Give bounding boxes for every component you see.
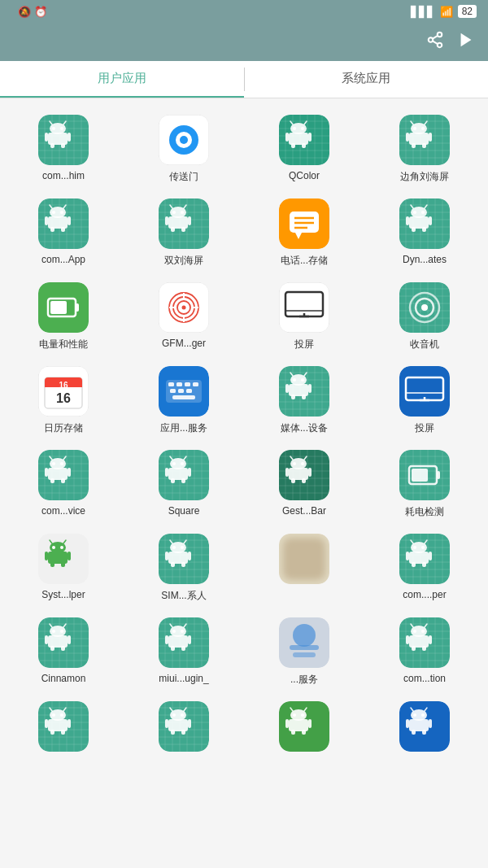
app-item-comper[interactable]: com....per	[364, 526, 485, 609]
svg-line-3	[433, 41, 438, 44]
svg-point-47	[293, 127, 296, 130]
svg-rect-444	[409, 635, 429, 648]
app-header	[0, 23, 488, 61]
svg-rect-275	[188, 468, 191, 477]
app-item-dianliang[interactable]: 电量和性能	[3, 274, 124, 358]
svg-point-320	[60, 546, 63, 549]
svg-rect-53	[308, 133, 312, 142]
signal-icon: ▋▋▋	[411, 6, 435, 18]
app-icon-rili: 16 16	[38, 366, 89, 417]
svg-rect-297	[285, 468, 289, 477]
app-item-rili[interactable]: 16 16 日历存储	[3, 358, 124, 442]
app-item-shouyin[interactable]: 收音机	[364, 274, 485, 358]
svg-rect-199	[193, 382, 198, 386]
app-item-comhim[interactable]: com...him	[3, 107, 124, 190]
app-label-comper: com....per	[403, 589, 446, 600]
svg-rect-51	[289, 133, 308, 145]
svg-rect-446	[429, 635, 432, 644]
app-label-rili: 日历存储	[44, 421, 83, 435]
app-item-qcolor[interactable]: QColor	[244, 107, 364, 190]
app-item-blurred1[interactable]	[244, 526, 364, 609]
app-item-square[interactable]: Square	[124, 442, 244, 526]
app-item-gfmger[interactable]: GFM...ger	[124, 274, 244, 358]
svg-rect-273	[168, 468, 188, 480]
svg-rect-97	[48, 216, 68, 229]
app-item-comvice[interactable]: com...vice	[3, 442, 124, 526]
app-icon-syshelper	[38, 534, 89, 584]
svg-rect-425	[293, 652, 316, 657]
svg-point-486	[172, 713, 176, 717]
tab-system-apps[interactable]: 系统应用	[245, 61, 489, 98]
svg-rect-277	[181, 478, 185, 483]
svg-rect-424	[290, 645, 319, 650]
svg-rect-28	[61, 143, 65, 148]
app-item-blurred2[interactable]: ...服务	[244, 609, 364, 693]
app-item-comapp[interactable]: com...App	[3, 190, 124, 274]
app-icon-cinnamon	[38, 617, 89, 668]
svg-point-145	[413, 211, 416, 214]
svg-rect-203	[172, 395, 195, 399]
app-icon-chuansong	[159, 115, 209, 165]
app-item-syshelper[interactable]: Syst...lper	[3, 526, 124, 609]
app-item-topin[interactable]: 投屏	[244, 274, 364, 358]
app-icon-comapp	[38, 198, 89, 249]
svg-text:16: 16	[59, 381, 68, 390]
app-icon-miuiugin	[159, 617, 209, 668]
svg-rect-352	[283, 538, 325, 580]
app-label-comvice: com...vice	[41, 505, 85, 517]
app-label-dynates: Dyn...ates	[403, 254, 447, 265]
svg-rect-324	[45, 552, 48, 560]
app-item-bottom3[interactable]	[244, 693, 364, 763]
svg-rect-471	[61, 730, 65, 735]
app-label-comapp: com...App	[41, 254, 85, 265]
tab-user-apps[interactable]: 用户应用	[0, 61, 244, 98]
svg-rect-349	[171, 562, 175, 567]
svg-rect-327	[61, 562, 65, 567]
app-item-shuangliuhai[interactable]: 双刘海屏	[124, 190, 244, 274]
app-item-miuiugin[interactable]: miui...ugin_	[124, 609, 244, 693]
svg-marker-5	[461, 33, 472, 47]
svg-rect-152	[412, 227, 416, 232]
svg-point-20	[52, 127, 55, 130]
app-item-chuansong[interactable]: 传送门	[124, 107, 244, 190]
app-item-sim[interactable]: SIM...系人	[124, 526, 244, 609]
app-item-bottom4[interactable]	[364, 693, 485, 763]
svg-point-117	[181, 211, 184, 214]
svg-rect-502	[285, 719, 289, 728]
app-item-bottom1[interactable]	[3, 693, 124, 763]
app-item-bottom2[interactable]	[124, 693, 244, 763]
svg-rect-395	[45, 635, 48, 644]
svg-rect-276	[171, 478, 175, 483]
svg-rect-513	[406, 719, 409, 728]
svg-rect-200	[170, 389, 176, 393]
svg-point-270	[181, 462, 184, 465]
app-label-topin: 投屏	[294, 338, 314, 351]
app-item-yingyong[interactable]: 应用...服务	[124, 358, 244, 442]
app-item-topin2[interactable]: 投屏	[364, 358, 485, 442]
app-label-yingyong: 应用...服务	[160, 421, 207, 435]
app-item-haodian[interactable]: 耗电检测	[364, 442, 485, 526]
svg-rect-226	[302, 395, 306, 399]
app-item-dynates[interactable]: Dyn...ates	[364, 190, 485, 274]
app-item-gestobar[interactable]: Gest...Bar	[244, 442, 364, 526]
app-label-blurred2: ...服务	[290, 673, 318, 687]
svg-rect-447	[412, 646, 416, 651]
app-icon-dianhua	[279, 198, 329, 249]
share-icon[interactable]	[426, 31, 444, 53]
app-item-cinnamon[interactable]: Cinnamon	[3, 609, 124, 693]
svg-point-343	[181, 546, 184, 549]
status-bar: 🔕 ⏰ ▋▋▋ 📶 82	[0, 0, 488, 23]
app-icon-blurred1	[279, 534, 329, 584]
svg-rect-468	[45, 719, 48, 728]
svg-rect-396	[68, 635, 71, 644]
app-item-meiti[interactable]: 媒体...设备	[244, 358, 364, 442]
svg-rect-348	[188, 552, 191, 560]
app-item-comtion[interactable]: com...tion	[364, 609, 485, 693]
svg-rect-274	[165, 468, 168, 477]
app-item-dianhua[interactable]: 电话...存储	[244, 190, 364, 274]
app-item-bianjiao[interactable]: 边角刘海屏	[364, 107, 485, 190]
svg-rect-120	[168, 216, 188, 229]
send-icon[interactable]	[457, 31, 475, 53]
status-notif-icon: 🔕	[18, 6, 31, 18]
svg-point-498	[301, 713, 304, 717]
